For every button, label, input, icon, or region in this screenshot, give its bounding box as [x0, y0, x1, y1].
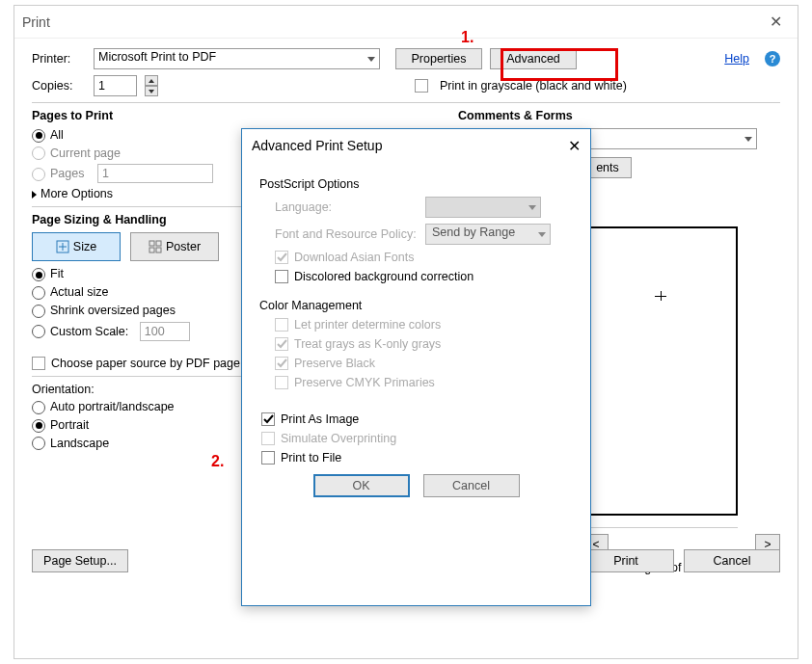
treat-grays-checkbox: [275, 337, 288, 351]
grayscale-checkbox[interactable]: [415, 79, 428, 93]
close-icon[interactable]: ✕: [762, 6, 790, 39]
postscript-heading: PostScript Options: [259, 177, 573, 191]
print-to-file-checkbox[interactable]: [261, 451, 275, 465]
title-bar: Print ✕: [14, 6, 798, 39]
svg-rect-3: [149, 248, 154, 252]
cancel-button[interactable]: Cancel: [684, 549, 780, 572]
window-title: Print: [22, 6, 50, 39]
discolored-label: Discolored background correction: [294, 270, 474, 283]
advanced-print-setup-dialog: Advanced Print Setup ✕ PostScript Option…: [241, 128, 591, 606]
annotation-1: 1.: [461, 29, 474, 46]
preserve-black-label: Preserve Black: [294, 357, 375, 370]
simulate-op-checkbox: [261, 432, 275, 445]
color-mgmt-heading: Color Management: [259, 299, 573, 312]
size-tab[interactable]: Size: [32, 232, 121, 261]
dl-asian-label: Download Asian Fonts: [294, 251, 414, 264]
font-policy-label: Font and Resource Policy:: [275, 227, 420, 241]
adv-title: Advanced Print Setup: [252, 138, 382, 153]
preserve-cmyk-label: Preserve CMYK Primaries: [294, 376, 435, 389]
annotation-2: 2.: [211, 453, 224, 470]
print-button[interactable]: Print: [578, 549, 674, 572]
pages-range-input[interactable]: [97, 164, 213, 183]
help-icon[interactable]: ?: [765, 51, 780, 66]
spinner-up-icon: [145, 75, 158, 86]
svg-rect-2: [156, 241, 161, 246]
preserve-black-checkbox: [275, 357, 288, 370]
custom-scale-input[interactable]: [140, 322, 190, 341]
print-as-image-label: Print As Image: [281, 412, 359, 426]
language-label: Language:: [275, 200, 420, 214]
adv-ok-button[interactable]: OK: [313, 474, 410, 497]
let-printer-checkbox: [275, 318, 288, 332]
font-policy-select: Send by Range: [425, 224, 551, 245]
copies-input[interactable]: [94, 75, 137, 96]
svg-rect-4: [156, 248, 161, 252]
let-printer-label: Let printer determine colors: [294, 318, 441, 332]
adv-close-icon[interactable]: ✕: [568, 137, 581, 155]
page-setup-button[interactable]: Page Setup...: [32, 549, 128, 572]
comments-forms-heading: Comments & Forms: [458, 109, 780, 122]
poster-tab[interactable]: Poster: [130, 232, 219, 261]
spinner-down-icon: [145, 86, 158, 96]
poster-icon: [149, 240, 162, 253]
copies-label: Copies:: [32, 79, 86, 93]
dl-asian-checkbox: [275, 251, 288, 264]
size-icon: [56, 240, 69, 253]
printer-label: Printer:: [32, 52, 86, 66]
language-select: [425, 197, 541, 218]
svg-rect-1: [149, 241, 154, 246]
sizing-heading: Page Sizing & Handling: [32, 213, 167, 226]
pages-to-print-heading: Pages to Print: [32, 109, 447, 122]
discolored-checkbox[interactable]: [275, 270, 288, 283]
preserve-cmyk-checkbox: [275, 376, 288, 389]
treat-grays-label: Treat grays as K-only grays: [294, 337, 441, 351]
printer-select[interactable]: Microsoft Print to PDF: [94, 48, 380, 69]
properties-button[interactable]: Properties: [395, 48, 482, 69]
adv-title-bar: Advanced Print Setup ✕: [242, 129, 590, 162]
advanced-button[interactable]: Advanced: [490, 48, 577, 69]
simulate-op-label: Simulate Overprinting: [281, 432, 396, 445]
help-link[interactable]: Help: [724, 52, 749, 66]
preview-cross-icon: [655, 296, 666, 297]
print-as-image-checkbox[interactable]: [261, 412, 275, 426]
copies-spinner[interactable]: [145, 75, 158, 96]
adv-cancel-button[interactable]: Cancel: [423, 474, 520, 497]
grayscale-label: Print in grayscale (black and white): [440, 79, 627, 93]
print-preview: [583, 226, 738, 516]
print-to-file-label: Print to File: [281, 451, 341, 465]
